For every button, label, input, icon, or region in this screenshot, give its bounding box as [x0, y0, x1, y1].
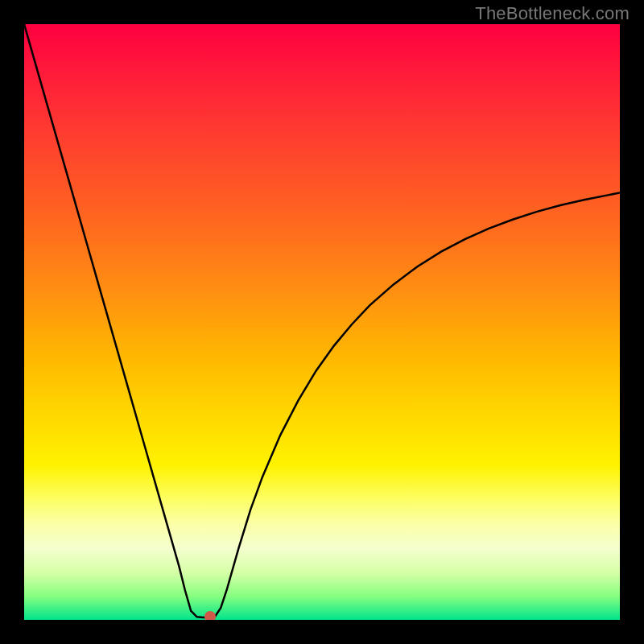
- curve-svg: [24, 24, 620, 620]
- minimum-marker: [204, 611, 216, 620]
- watermark-text: TheBottleneck.com: [475, 3, 630, 24]
- chart-frame: TheBottleneck.com: [0, 0, 644, 644]
- plot-area: [24, 24, 620, 620]
- bottleneck-curve: [24, 24, 620, 617]
